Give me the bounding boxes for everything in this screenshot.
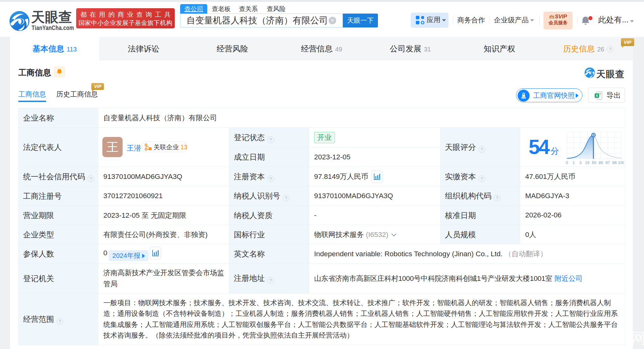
svg-text:3: 3 <box>580 161 582 165</box>
svg-text:85: 85 <box>599 161 603 165</box>
svg-text:50: 50 <box>592 161 596 165</box>
svg-text:97: 97 <box>605 161 610 165</box>
svg-text:100: 100 <box>618 161 624 165</box>
svg-text:15: 15 <box>585 161 590 165</box>
svg-text:99: 99 <box>612 161 617 165</box>
svg-text:X: X <box>596 94 598 98</box>
svg-text:1: 1 <box>573 161 575 165</box>
svg-text:0: 0 <box>566 161 568 165</box>
